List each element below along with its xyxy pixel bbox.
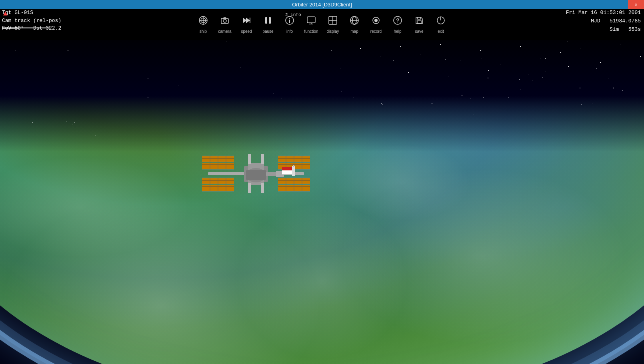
toolbar-btn-pause[interactable]: pause [258,10,278,38]
toolbar-btn-label-save: save [415,29,423,34]
help-icon: ? [392,15,403,28]
app-logo: ▲ [3,10,8,18]
svg-point-5 [223,19,226,22]
svg-rect-36 [246,170,266,180]
toolbar-btn-label-ship: ship [200,29,207,34]
toolbar-btn-label-camera: camera [218,29,231,34]
toolbar-btn-exit[interactable]: exit [430,10,451,38]
toolbar-btn-label-info: info [286,29,293,34]
svg-point-25 [374,19,378,22]
svg-rect-83 [248,154,251,164]
exit-icon [436,15,446,28]
toolbar-btn-record[interactable]: record [366,10,386,38]
space-station-iss [196,132,316,220]
toolbar-btn-speed[interactable]: speed [236,10,257,38]
toolbar-btn-save[interactable]: save [409,10,430,38]
close-button[interactable]: ✕ [628,0,644,9]
map-icon [349,15,360,28]
toolbar-btn-label-help: help [394,29,402,34]
toolbar-btn-info[interactable]: info [279,10,300,38]
toolbar-btn-map[interactable]: map [344,10,365,38]
toolbar-btn-label-map: map [350,29,358,34]
toolbar-btn-label-function: function [304,29,318,34]
svg-rect-28 [417,21,421,24]
ship-icon [198,15,208,28]
toolbar-btn-ship[interactable]: ship [193,10,214,38]
function-icon [306,15,316,28]
window-title: Orbiter 2014 [D3D9Client] [292,2,352,8]
svg-rect-84 [261,154,264,164]
svg-rect-81 [292,166,295,176]
svg-rect-15 [307,17,315,23]
toolbar-btn-label-pause: pause [262,29,273,34]
clouds-layer [0,40,644,364]
svg-rect-10 [265,17,267,24]
svg-point-13 [289,18,290,20]
toolbar-buttons: shipcameraspeedpauseinfofunctiondisplaym… [193,10,451,38]
space-background [0,40,644,364]
svg-rect-85 [248,183,251,193]
svg-text:?: ? [396,17,400,24]
toolbar-btn-display[interactable]: display [322,10,343,38]
info-icon [284,15,295,28]
toolbar-btn-function[interactable]: function [301,10,322,38]
titlebar: Orbiter 2014 [D3D9Client] ✕ [0,0,644,9]
iss-svg [196,132,316,220]
toolbar-btn-camera[interactable]: camera [214,10,235,38]
svg-rect-29 [418,17,420,19]
main-viewport [0,40,644,364]
camera-icon [220,15,230,28]
svg-rect-11 [269,17,271,24]
toolbar-btn-help[interactable]: ?help [387,10,408,38]
toolbar-btn-label-display: display [326,29,339,34]
save-icon [414,15,424,28]
speed-icon [241,15,252,28]
pause-icon [263,15,273,28]
record-icon [371,15,381,28]
svg-rect-82 [293,165,294,167]
svg-marker-8 [246,18,250,23]
earth [0,40,644,364]
svg-rect-86 [261,183,264,193]
toolbar-btn-label-exit: exit [438,29,444,34]
toolbar-btn-label-speed: speed [241,29,252,34]
toolbar-btn-label-record: record [370,29,382,34]
main-toolbar: shipcameraspeedpauseinfofunctiondisplaym… [0,9,644,40]
display-icon [328,15,338,28]
